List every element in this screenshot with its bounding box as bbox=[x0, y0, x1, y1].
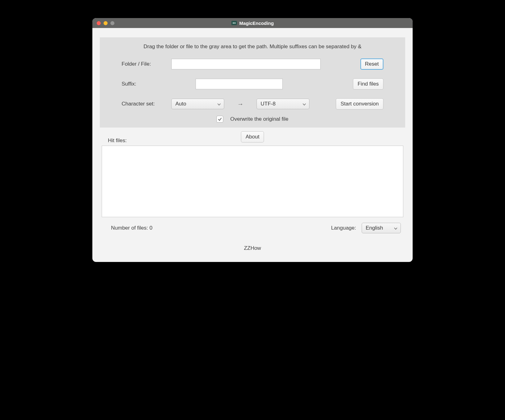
close-icon[interactable] bbox=[97, 21, 101, 25]
find-files-button[interactable]: Find files bbox=[353, 78, 383, 90]
file-list[interactable] bbox=[102, 146, 403, 217]
charset-row: Character set: Auto → UTF-8 Start conver… bbox=[122, 98, 383, 110]
bottom-row: Number of files: 0 Language: English bbox=[102, 217, 403, 233]
app-icon bbox=[231, 21, 237, 25]
chevron-down-icon bbox=[303, 101, 306, 107]
suffix-label: Suffix: bbox=[122, 81, 171, 87]
titlebar: MagicEncoding bbox=[92, 18, 413, 28]
folder-input[interactable] bbox=[171, 59, 321, 69]
target-charset-select[interactable]: UTF-8 bbox=[257, 99, 309, 109]
language-value: English bbox=[366, 225, 383, 231]
reset-button[interactable]: Reset bbox=[360, 58, 383, 70]
below-panel: About Hit files: Number of files: 0 Lang… bbox=[100, 128, 405, 254]
file-count-label: Number of files: 0 bbox=[111, 225, 152, 231]
check-icon bbox=[218, 117, 222, 121]
footer-author: ZZHow bbox=[102, 233, 403, 254]
window-title: MagicEncoding bbox=[239, 21, 274, 26]
folder-label: Folder / File: bbox=[122, 61, 171, 67]
zoom-icon[interactable] bbox=[110, 21, 114, 25]
drop-panel[interactable]: Drag the folder or file to the gray area… bbox=[100, 37, 405, 128]
language-label: Language: bbox=[331, 225, 356, 231]
app-window: MagicEncoding Drag the folder or file to… bbox=[92, 18, 413, 262]
language-select[interactable]: English bbox=[362, 223, 401, 233]
source-charset-select[interactable]: Auto bbox=[171, 99, 224, 109]
chevron-down-icon bbox=[394, 225, 397, 231]
charset-label: Character set: bbox=[122, 101, 171, 107]
overwrite-row: Overwrite the original file bbox=[122, 116, 383, 123]
about-button[interactable]: About bbox=[241, 131, 264, 142]
overwrite-checkbox[interactable] bbox=[216, 116, 223, 123]
target-charset-value: UTF-8 bbox=[261, 101, 276, 107]
overwrite-label: Overwrite the original file bbox=[230, 116, 288, 122]
suffix-row: Suffix: Find files bbox=[122, 78, 383, 90]
arrow-icon: → bbox=[237, 100, 243, 108]
hit-files-label: Hit files: bbox=[108, 138, 127, 144]
source-charset-value: Auto bbox=[175, 101, 186, 107]
suffix-input[interactable] bbox=[196, 79, 283, 89]
window-controls bbox=[92, 21, 114, 25]
chevron-down-icon bbox=[217, 101, 221, 107]
instruction-text: Drag the folder or file to the gray area… bbox=[122, 44, 383, 50]
start-conversion-button[interactable]: Start conversion bbox=[336, 98, 383, 110]
folder-row: Folder / File: Reset bbox=[122, 58, 383, 70]
minimize-icon[interactable] bbox=[104, 21, 108, 25]
content-area: Drag the folder or file to the gray area… bbox=[92, 28, 413, 262]
